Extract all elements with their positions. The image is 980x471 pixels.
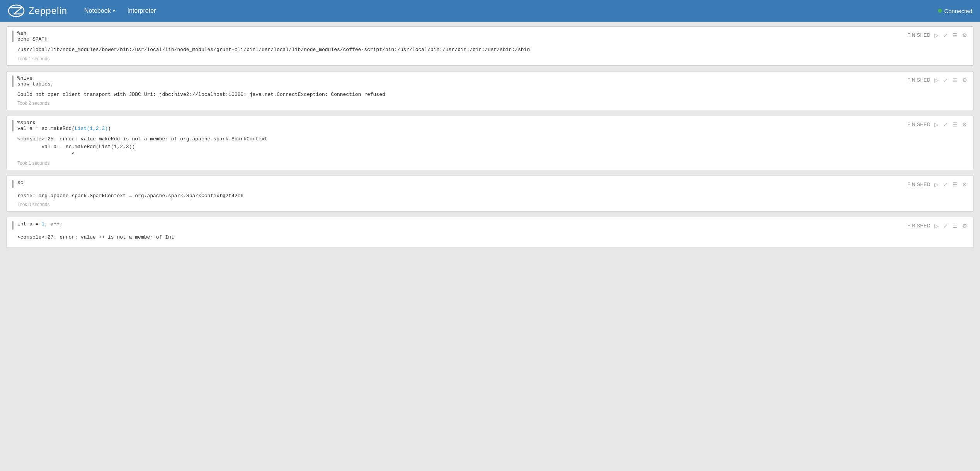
cell-5: int a = 1; a++; FINISHED ▷ ⤢ ☰ ⚙ <consol… xyxy=(6,217,974,248)
cell-4-gear-icon[interactable]: ⚙ xyxy=(961,181,968,188)
connected-dot-icon xyxy=(938,9,942,13)
cell-2-header: %hive show tables; FINISHED ▷ ⤢ ☰ ⚙ xyxy=(7,72,973,89)
cell-3-list-icon[interactable]: ☰ xyxy=(952,121,958,128)
cell-5-header: int a = 1; a++; FINISHED ▷ ⤢ ☰ ⚙ xyxy=(7,217,973,231)
notebook-menu[interactable]: Notebook ▾ xyxy=(79,4,121,17)
cell-3-highlight: List(1,2,3) xyxy=(75,126,108,131)
cell-5-status: FINISHED xyxy=(907,223,931,229)
cell-4-run-icon[interactable]: ▷ xyxy=(934,181,939,188)
cell-3: %spark val a = sc.makeRdd(List(1,2,3)) F… xyxy=(6,116,974,170)
cell-1-list-icon[interactable]: ☰ xyxy=(952,31,958,39)
cell-5-timing xyxy=(7,243,973,247)
notebook-content: %sh echo $PATH FINISHED ▷ ⤢ ☰ ⚙ /usr/loc… xyxy=(0,22,980,471)
cell-2-run-icon[interactable]: ▷ xyxy=(934,76,939,84)
cell-4-expand-icon[interactable]: ⤢ xyxy=(943,181,949,188)
navbar: Zeppelin Notebook ▾ Interpreter Connecte… xyxy=(0,0,980,22)
cell-3-timing: Took 1 seconds xyxy=(7,160,973,170)
zeppelin-logo-icon xyxy=(8,4,25,18)
cell-2-list-icon[interactable]: ☰ xyxy=(952,76,958,84)
cell-3-code: %spark val a = sc.makeRdd(List(1,2,3)) xyxy=(17,120,900,131)
cell-1-run-icon[interactable]: ▷ xyxy=(934,31,939,39)
brand[interactable]: Zeppelin xyxy=(8,4,67,18)
cell-1-expand-icon[interactable]: ⤢ xyxy=(943,31,949,39)
cell-1-controls: FINISHED ▷ ⤢ ☰ ⚙ xyxy=(907,31,968,39)
connected-label: Connected xyxy=(944,8,972,14)
cell-5-expand-icon[interactable]: ⤢ xyxy=(943,222,949,230)
cell-2-indicator xyxy=(12,75,14,87)
cell-5-list-icon[interactable]: ☰ xyxy=(952,222,958,230)
cell-5-indicator xyxy=(12,221,14,230)
cell-3-gear-icon[interactable]: ⚙ xyxy=(961,121,968,128)
cell-3-controls: FINISHED ▷ ⤢ ☰ ⚙ xyxy=(907,120,968,128)
cell-5-output: <console>:27: error: value ++ is not a m… xyxy=(7,231,973,243)
cell-3-header: %spark val a = sc.makeRdd(List(1,2,3)) F… xyxy=(7,116,973,133)
cell-2-controls: FINISHED ▷ ⤢ ☰ ⚙ xyxy=(907,75,968,84)
cell-2-expand-icon[interactable]: ⤢ xyxy=(943,76,949,84)
cell-2-output: Could not open client transport with JDB… xyxy=(7,89,973,100)
cell-3-output: <console>:25: error: value makeRdd is no… xyxy=(7,133,973,160)
cell-3-run-icon[interactable]: ▷ xyxy=(934,121,939,128)
cell-1-output: /usr/local/lib/node_modules/bower/bin:/u… xyxy=(7,44,973,55)
cell-1-timing: Took 1 seconds xyxy=(7,55,973,65)
cell-5-code: int a = 1; a++; xyxy=(17,221,900,227)
brand-text: Zeppelin xyxy=(29,5,67,16)
cell-1-code: %sh echo $PATH xyxy=(17,31,900,42)
cell-4-indicator xyxy=(12,180,14,188)
cell-4-code: sc xyxy=(17,180,900,186)
cell-5-highlight: 1 xyxy=(41,221,44,227)
cell-3-indicator xyxy=(12,120,14,131)
cell-4-timing: Took 0 seconds xyxy=(7,201,973,211)
cell-2: %hive show tables; FINISHED ▷ ⤢ ☰ ⚙ Coul… xyxy=(6,71,974,111)
cell-1-gear-icon[interactable]: ⚙ xyxy=(961,31,968,39)
cell-1-status: FINISHED xyxy=(907,32,931,38)
interpreter-menu[interactable]: Interpreter xyxy=(122,4,162,17)
cell-2-status: FINISHED xyxy=(907,77,931,83)
cell-4-output: res15: org.apache.spark.SparkContext = o… xyxy=(7,190,973,201)
cell-3-expand-icon[interactable]: ⤢ xyxy=(943,121,949,128)
cell-3-status: FINISHED xyxy=(907,122,931,127)
cell-4-controls: FINISHED ▷ ⤢ ☰ ⚙ xyxy=(907,180,968,188)
cell-2-gear-icon[interactable]: ⚙ xyxy=(961,76,968,84)
cell-5-run-icon[interactable]: ▷ xyxy=(934,222,939,230)
cell-5-gear-icon[interactable]: ⚙ xyxy=(961,222,968,230)
cell-2-code: %hive show tables; xyxy=(17,75,900,87)
cell-1-indicator xyxy=(12,31,14,42)
svg-point-0 xyxy=(9,5,24,17)
cell-4: sc FINISHED ▷ ⤢ ☰ ⚙ res15: org.apache.sp… xyxy=(6,176,974,212)
cell-1-header: %sh echo $PATH FINISHED ▷ ⤢ ☰ ⚙ xyxy=(7,27,973,44)
cell-4-list-icon[interactable]: ☰ xyxy=(952,181,958,188)
navbar-menu: Notebook ▾ Interpreter xyxy=(79,4,161,17)
cell-2-timing: Took 2 seconds xyxy=(7,100,973,110)
notebook-dropdown-icon: ▾ xyxy=(113,9,115,14)
cell-4-header: sc FINISHED ▷ ⤢ ☰ ⚙ xyxy=(7,176,973,190)
connection-status: Connected xyxy=(938,8,972,14)
cell-1: %sh echo $PATH FINISHED ▷ ⤢ ☰ ⚙ /usr/loc… xyxy=(6,26,974,66)
cell-4-status: FINISHED xyxy=(907,182,931,187)
cell-5-controls: FINISHED ▷ ⤢ ☰ ⚙ xyxy=(907,221,968,230)
